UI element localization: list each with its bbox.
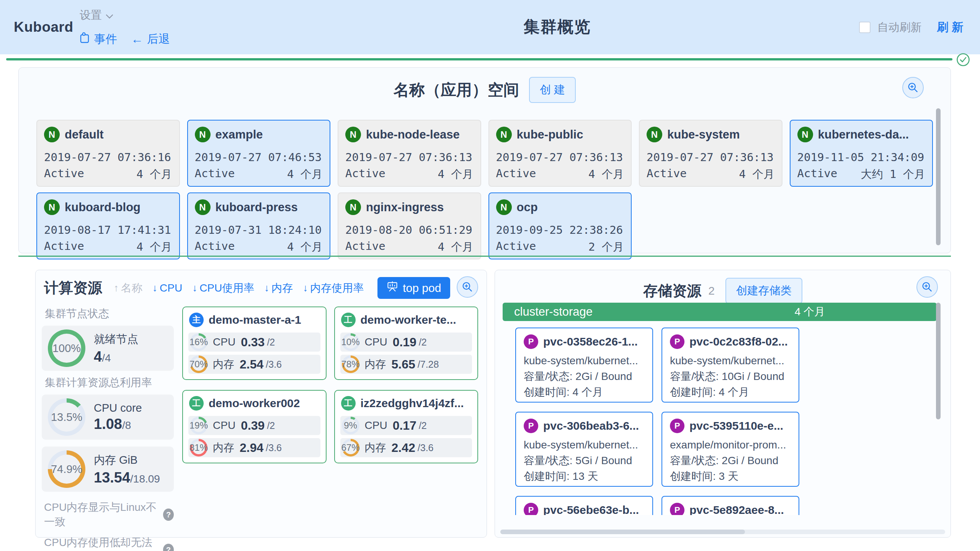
sort-label: 名称 (121, 281, 142, 295)
pvc-created: 创建时间: 13 天 (524, 468, 645, 484)
namespace-card[interactable]: Nkube-public 2019-07-27 07:36:13 Active4… (488, 120, 632, 187)
namespace-created: 2019-07-27 07:36:13 (345, 151, 474, 164)
sort-by-memory-usage[interactable]: ↓ 内存使用率 (303, 281, 364, 295)
pvc-capacity: 容量/状态: 2Gi / Bound (670, 453, 791, 468)
namespace-status: Active (797, 167, 838, 182)
footnote-row: CPU内存显示与Linux不一致 ? (44, 500, 174, 529)
pvc-created: 创建时间: 3 天 (670, 468, 791, 484)
storage-scrollbar-vertical[interactable] (936, 303, 941, 419)
cluster-healthy-check-icon (956, 53, 970, 68)
namespace-age: 4 个月 (137, 240, 172, 255)
namespace-icon: N (496, 199, 512, 215)
storage-class-bar[interactable]: cluster-storage 4 个月 (503, 303, 937, 321)
pvc-card[interactable]: Ppvc-5395110e-e... example/monitor-prom.… (662, 412, 799, 487)
namespace-card[interactable]: Nkuboard-blog 2019-08-17 17:41:31 Active… (36, 192, 180, 259)
cpu-utilization-value: 1.08 (94, 416, 122, 432)
cpu-utilization-total: /8 (122, 419, 131, 431)
namespace-card[interactable]: Nnginx-ingress 2019-08-20 06:51:29 Activ… (338, 192, 481, 259)
pvc-card[interactable]: Ppvc-5e892aee-8... example/monitor-prom.… (662, 496, 799, 515)
help-icon[interactable]: ? (163, 544, 174, 551)
zoom-in-icon (921, 281, 933, 293)
compute-zoom-button[interactable] (457, 276, 478, 298)
ready-nodes-ring: 100% (48, 329, 85, 367)
namespace-card[interactable]: Nkubernetes-da... 2019-11-05 21:34:09 Ac… (790, 120, 933, 187)
auto-refresh-label: 自动刷新 (877, 20, 922, 35)
namespace-created: 2019-08-20 06:51:29 (345, 223, 474, 236)
namespace-created: 2019-07-27 07:36:13 (496, 151, 624, 164)
utilization-label: 集群计算资源总利用率 (45, 375, 174, 390)
footnote-text: CPU内存显示与Linux不一致 (44, 500, 159, 529)
memory-ring: 81% (190, 439, 207, 456)
pvc-card[interactable]: Ppvc-0358ec26-1... kube-system/kubernet.… (515, 328, 653, 403)
create-storage-class-button[interactable]: 创建存储类 (725, 278, 802, 304)
namespaces-scrollbar[interactable] (936, 108, 941, 245)
namespace-name: example (216, 128, 263, 142)
help-icon[interactable]: ? (163, 509, 174, 521)
compute-title: 计算资源 (44, 278, 102, 298)
namespace-icon: N (496, 127, 512, 142)
sort-by-cpu[interactable]: ↓ CPU (152, 282, 182, 294)
namespace-name: kube-node-lease (366, 128, 460, 142)
storage-resources-panel: 存储资源 2 创建存储类 cluster-storage 4 个月 Ppvc-0… (495, 270, 951, 538)
namespace-created: 2019-11-05 21:34:09 (797, 151, 926, 164)
storage-zoom-button[interactable] (916, 276, 938, 298)
node-cpu-metric: 19% CPU 0.39 /2 (188, 416, 320, 435)
namespace-age: 4 个月 (438, 240, 474, 255)
namespace-card[interactable]: Nkuboard-press 2019-07-31 18:24:10 Activ… (187, 192, 331, 259)
pvc-icon: P (670, 419, 684, 433)
app-header: Kuboard 设置 事件 (0, 0, 980, 54)
compute-panel-body: 集群节点状态 100% 就绪节点 4/4 集群计算资源总利用率 13.5% CP… (36, 299, 487, 551)
footnote-text: CPU内存使用低却无法调度 (44, 535, 159, 551)
back-label: 后退 (147, 31, 170, 47)
storage-scrollbar-horizontal[interactable] (500, 530, 945, 534)
refresh-button[interactable]: 刷 新 (937, 20, 963, 35)
node-cpu-metric: 16% CPU 0.33 /2 (188, 333, 320, 352)
namespace-icon: N (647, 127, 662, 142)
namespace-name: kuboard-press (216, 201, 298, 214)
namespace-age: 4 个月 (137, 167, 172, 182)
auto-refresh-checkbox[interactable] (859, 21, 871, 33)
node-card[interactable]: 工demo-worker002 19% CPU 0.39 /2 81% 内存 2… (182, 390, 327, 463)
pvc-card[interactable]: Ppvc-0c2c83f8-02... kube-system/kubernet… (662, 328, 799, 403)
metric-value: 2.94 (240, 441, 263, 455)
node-card[interactable]: 主demo-master-a-1 16% CPU 0.33 /2 70% 内存 … (182, 306, 327, 380)
namespace-card[interactable]: Ndefault 2019-07-27 07:36:16 Active4 个月 (36, 120, 180, 187)
namespace-card[interactable]: Nexample 2019-07-27 07:46:53 Active4 个月 (187, 120, 331, 187)
events-label: 事件 (94, 31, 117, 47)
sort-by-name[interactable]: ↑ 名称 (114, 281, 142, 295)
namespace-card[interactable]: Nkube-node-lease 2019-07-27 07:36:13 Act… (338, 120, 481, 187)
sort-by-cpu-usage[interactable]: ↓ CPU使用率 (192, 281, 254, 295)
namespaces-zoom-button[interactable] (902, 77, 924, 98)
metric-value: 0.33 (241, 335, 265, 349)
memory-ring: 70% (190, 355, 207, 373)
metric-label: CPU (365, 336, 387, 348)
memory-utilization-total: /18.09 (130, 473, 160, 485)
namespace-age: 大约 1 个月 (861, 167, 925, 182)
cpu-utilization-label: CPU core (94, 402, 142, 414)
namespace-age: 4 个月 (438, 167, 474, 182)
node-memory-metric: 70% 内存 2.54 /3.6 (188, 355, 320, 374)
master-node-icon: 主 (189, 313, 204, 327)
pvc-name: pvc-5e892aee-8... (689, 504, 784, 515)
events-icon (80, 32, 90, 46)
pvc-card[interactable]: Ppvc-56ebe63e-b... kube-system/kubernet.… (515, 496, 653, 515)
sort-by-memory[interactable]: ↓ 内存 (264, 281, 293, 295)
chevron-down-icon (106, 9, 113, 22)
namespace-card[interactable]: Nocp 2019-09-25 22:38:26 Active2 个月 (488, 192, 632, 259)
namespace-name: kuboard-blog (65, 201, 140, 214)
namespace-card[interactable]: Nkube-system 2019-07-27 07:36:13 Active4… (639, 120, 782, 187)
top-pod-button[interactable]: top pod (377, 277, 450, 299)
storage-class-name: cluster-storage (514, 305, 593, 319)
create-namespace-button[interactable]: 创 建 (529, 77, 576, 103)
kuboard-logo[interactable]: Kuboard (14, 19, 74, 35)
sort-label: 内存 (271, 281, 293, 295)
node-card[interactable]: 工demo-worker-te... 10% CPU 0.19 /2 78% 内… (334, 306, 479, 380)
pvc-card[interactable]: Ppvc-306beab3-6... kube-system/kubernet.… (515, 412, 653, 487)
back-link[interactable]: ← 后退 (131, 31, 170, 47)
settings-dropdown[interactable]: 设置 (80, 8, 170, 23)
namespace-status: Active (496, 240, 536, 255)
metric-label: CPU (365, 419, 387, 432)
events-link[interactable]: 事件 (80, 31, 117, 47)
node-card[interactable]: 工iz2zedgghv14j4zf... 9% CPU 0.17 /2 67% … (334, 390, 479, 463)
namespace-name: nginx-ingress (366, 201, 444, 214)
